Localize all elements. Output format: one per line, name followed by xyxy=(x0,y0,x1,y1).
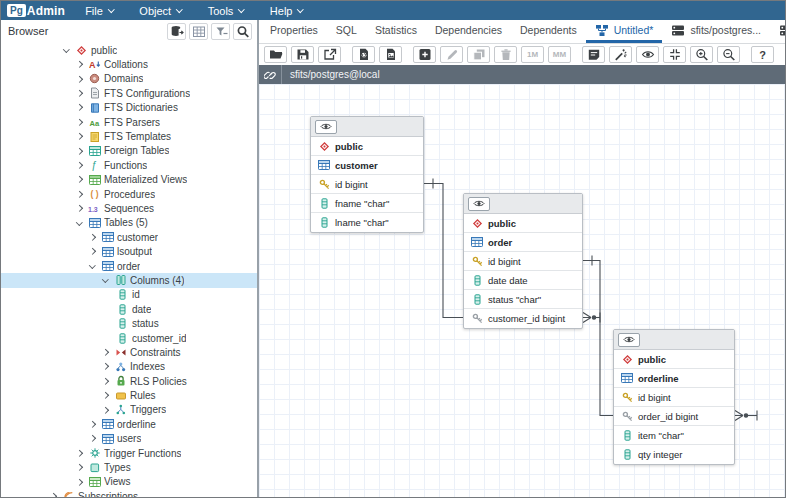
tree-item-columns-4[interactable]: Columns (4) xyxy=(1,273,257,287)
expand-expand-arrow[interactable] xyxy=(103,393,114,398)
filter-icon-button[interactable] xyxy=(211,23,230,40)
menu-help[interactable]: Help xyxy=(270,5,303,17)
dependencies-grid-icon-button[interactable] xyxy=(189,23,208,40)
menu-object[interactable]: Object xyxy=(139,5,181,17)
export-button[interactable] xyxy=(318,46,341,63)
tree-item-indexes[interactable]: Indexes xyxy=(1,360,257,374)
tree-item-id[interactable]: id xyxy=(1,288,257,302)
expand-expand-arrow[interactable] xyxy=(77,480,88,485)
details-toggle-button[interactable] xyxy=(468,197,490,211)
tree-item-tables-5[interactable]: Tables (5) xyxy=(1,216,257,230)
expand-expand-arrow[interactable] xyxy=(90,235,101,240)
menu-file[interactable]: File xyxy=(85,5,113,17)
add-note-button[interactable] xyxy=(582,46,605,63)
tree-item-domains[interactable]: Domains xyxy=(1,72,257,86)
tree-item-order[interactable]: order xyxy=(1,259,257,273)
tree-item-foreign-tables[interactable]: Foreign Tables xyxy=(1,144,257,158)
tree-item-trigger-functions[interactable]: Trigger Functions xyxy=(1,446,257,460)
expand-expand-arrow[interactable] xyxy=(103,364,114,369)
tab-untitled[interactable]: Untitled* xyxy=(586,20,663,43)
expand-collapse-arrow[interactable] xyxy=(103,279,114,282)
expand-expand-arrow[interactable] xyxy=(90,249,101,254)
tree-item-triggers[interactable]: Triggers xyxy=(1,403,257,417)
tree-item-functions[interactable]: ƒFunctions xyxy=(1,158,257,172)
expand-expand-arrow[interactable] xyxy=(103,350,114,355)
drop-table-button[interactable] xyxy=(494,46,517,63)
tree-item-status[interactable]: status xyxy=(1,316,257,330)
add-table-button[interactable] xyxy=(413,46,436,63)
expand-expand-arrow[interactable] xyxy=(77,62,88,67)
tab-sql[interactable]: SQL xyxy=(327,20,366,43)
expand-expand-arrow[interactable] xyxy=(77,120,88,125)
erd-table-order[interactable]: publicorderid bigintdate datestatus "cha… xyxy=(463,193,583,329)
expand-expand-arrow[interactable] xyxy=(77,206,88,211)
menu-tools[interactable]: Tools xyxy=(208,5,244,17)
expand-expand-arrow[interactable] xyxy=(90,436,101,441)
tab-sfits-p[interactable]: sfits/p xyxy=(770,20,786,43)
tree-item-views[interactable]: Views xyxy=(1,475,257,489)
tree-item-fts-templates[interactable]: FTS Templates xyxy=(1,129,257,143)
zoom-out-button[interactable] xyxy=(717,46,740,63)
tree-item-customer-id[interactable]: customer_id xyxy=(1,331,257,345)
expand-collapse-arrow[interactable] xyxy=(90,265,101,268)
expand-expand-arrow[interactable] xyxy=(77,451,88,456)
erd-canvas[interactable]: publiccustomerid bigintfname "char"lname… xyxy=(259,84,785,497)
expand-expand-arrow[interactable] xyxy=(77,91,88,96)
expand-expand-arrow[interactable] xyxy=(77,134,88,139)
tab-statistics[interactable]: Statistics xyxy=(366,20,426,43)
expand-expand-arrow[interactable] xyxy=(103,408,114,413)
zoom-to-fit-button[interactable] xyxy=(663,46,686,63)
tree-item-fts-dictionaries[interactable]: FTS Dictionaries xyxy=(1,101,257,115)
expand-expand-arrow[interactable] xyxy=(77,465,88,470)
expand-expand-arrow[interactable] xyxy=(77,192,88,197)
tree-item-orderline[interactable]: orderline xyxy=(1,417,257,431)
many-to-many-button[interactable]: MM xyxy=(548,46,571,63)
tree-item-lsoutput[interactable]: lsoutput xyxy=(1,244,257,258)
tree-item-materialized-views[interactable]: Materialized Views xyxy=(1,173,257,187)
zoom-in-button[interactable] xyxy=(690,46,713,63)
expand-expand-arrow[interactable] xyxy=(51,494,62,497)
tree-item-fts-parsers[interactable]: AaFTS Parsers xyxy=(1,115,257,129)
tree-item-rls-policies[interactable]: RLS Policies xyxy=(1,374,257,388)
expand-expand-arrow[interactable] xyxy=(77,149,88,154)
tree-item-collations[interactable]: ACollations xyxy=(1,57,257,71)
tab-properties[interactable]: Properties xyxy=(261,20,327,43)
generate-sql-button[interactable] xyxy=(352,46,375,63)
details-toggle-button[interactable] xyxy=(618,333,640,347)
expand-expand-arrow[interactable] xyxy=(77,163,88,168)
tree-item-rules[interactable]: Rules xyxy=(1,388,257,402)
details-toggle-button[interactable] xyxy=(315,120,337,134)
search-icon-button[interactable] xyxy=(233,23,252,40)
expand-expand-arrow[interactable] xyxy=(77,177,88,182)
tree-item-users[interactable]: users xyxy=(1,432,257,446)
expand-expand-arrow[interactable] xyxy=(103,379,114,384)
storage-manager-icon-button[interactable] xyxy=(167,23,186,40)
clone-table-button[interactable] xyxy=(467,46,490,63)
erd-table-customer[interactable]: publiccustomerid bigintfname "char"lname… xyxy=(310,116,424,233)
tree-item-procedures[interactable]: ( )Procedures xyxy=(1,187,257,201)
expand-expand-arrow[interactable] xyxy=(77,105,88,110)
tree-item-constraints[interactable]: Constraints xyxy=(1,345,257,359)
tab-sfits-postgres[interactable]: sfits/postgres... xyxy=(662,20,770,43)
tree-item-public[interactable]: public xyxy=(1,43,257,57)
help-button[interactable]: ? xyxy=(751,46,774,63)
tab-dependencies[interactable]: Dependencies xyxy=(426,20,511,43)
open-project-button[interactable] xyxy=(264,46,287,63)
tree-item-customer[interactable]: customer xyxy=(1,230,257,244)
save-project-button[interactable] xyxy=(291,46,314,63)
tree-item-date[interactable]: date xyxy=(1,302,257,316)
tree-item-sequences[interactable]: 1.3Sequences xyxy=(1,201,257,215)
download-image-button[interactable] xyxy=(379,46,402,63)
tree-item-subscriptions[interactable]: Subscriptions xyxy=(1,489,257,497)
tree-item-fts-configurations[interactable]: FTS Configurations xyxy=(1,86,257,100)
expand-expand-arrow[interactable] xyxy=(90,422,101,427)
tab-dependents[interactable]: Dependents xyxy=(511,20,586,43)
tree-item-types[interactable]: Types xyxy=(1,460,257,474)
expand-collapse-arrow[interactable] xyxy=(64,49,75,52)
expand-collapse-arrow[interactable] xyxy=(77,222,88,225)
expand-expand-arrow[interactable] xyxy=(77,77,88,82)
erd-table-orderline[interactable]: publicorderlineid bigintorder_id biginti… xyxy=(613,329,735,465)
edit-table-button[interactable] xyxy=(440,46,463,63)
one-to-many-button[interactable]: 1M xyxy=(521,46,544,63)
show-details-button[interactable] xyxy=(636,46,659,63)
